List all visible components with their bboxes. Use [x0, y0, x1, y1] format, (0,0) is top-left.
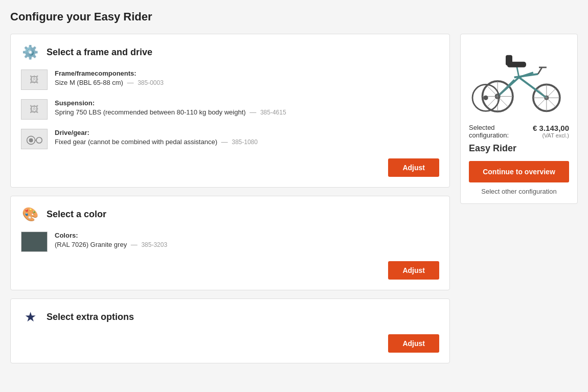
drive-item-row: Drive/gear: Fixed gear (cannot be combin…: [21, 129, 439, 149]
drive-thumbnail: [21, 129, 48, 149]
drive-item-label: Drive/gear:: [55, 129, 439, 136]
select-other-configuration-link[interactable]: Select other configuration: [469, 188, 569, 195]
svg-point-2: [36, 137, 42, 143]
left-column: ⚙️ Select a frame and drive 🖼 Frame/fram…: [10, 34, 450, 363]
price-label: € 3.143,00: [533, 124, 569, 132]
color-card: 🎨 Select a color Colors: (RAL 7026) Gran…: [10, 196, 450, 290]
suspension-item-row: 🖼 Suspension: Spring 750 LBS (recommende…: [21, 99, 439, 120]
page-wrapper: Configure your Easy Rider ⚙️ Select a fr…: [0, 0, 588, 374]
drive-item-info: Drive/gear: Fixed gear (cannot be combin…: [55, 129, 439, 146]
frame-drive-card: ⚙️ Select a frame and drive 🖼 Frame/fram…: [10, 34, 450, 188]
bike-image-area: [469, 42, 569, 117]
suspension-thumbnail: 🖼: [21, 99, 48, 120]
card-header-extra: ★ Select extra options: [21, 309, 439, 325]
palette-icon: 🎨: [21, 206, 39, 222]
svg-line-16: [538, 67, 541, 74]
image-placeholder-icon: 🖼: [30, 104, 39, 115]
svg-rect-15: [506, 55, 512, 65]
extra-options-title: Select extra options: [47, 312, 134, 322]
frame-item-row: 🖼 Frame/framecomponents: Size M (BBL 65-…: [21, 70, 439, 90]
star-icon: ★: [21, 309, 39, 325]
color-card-footer: Adjust: [21, 261, 439, 280]
frame-item-info: Frame/framecomponents: Size M (BBL 65-88…: [55, 70, 439, 86]
drive-gear-icon: [26, 132, 42, 146]
suspension-item-info: Suspension: Spring 750 LBS (recommended …: [55, 99, 439, 116]
color-item-value: (RAL 7026) Granite grey — 385-3203: [55, 241, 439, 248]
svg-point-27: [483, 95, 488, 100]
frame-card-footer: Adjust: [21, 158, 439, 177]
color-item-info: Colors: (RAL 7026) Granite grey — 385-32…: [55, 232, 439, 248]
page-title: Configure your Easy Rider: [10, 10, 578, 24]
frame-item-label: Frame/framecomponents:: [55, 70, 439, 77]
drive-item-value: Fixed gear (cannot be combined with peda…: [55, 138, 439, 146]
continue-overview-button[interactable]: Continue to overview: [469, 161, 569, 182]
frame-drive-title: Select a frame and drive: [47, 47, 152, 58]
bike-illustration: [470, 47, 568, 113]
color-swatch: [21, 232, 48, 252]
selected-config-row: Selected configuration: € 3.143,00 (VAT …: [469, 124, 569, 139]
color-title: Select a color: [47, 209, 106, 220]
color-item-label: Colors:: [55, 232, 439, 239]
right-column: Selected configuration: € 3.143,00 (VAT …: [460, 34, 578, 204]
image-placeholder-icon: 🖼: [30, 75, 39, 85]
main-layout: ⚙️ Select a frame and drive 🖼 Frame/fram…: [10, 34, 578, 363]
svg-point-1: [29, 138, 33, 142]
frame-item-value: Size M (BBL 65-88 cm) — 385-0003: [55, 79, 439, 86]
color-item-row: Colors: (RAL 7026) Granite grey — 385-32…: [21, 232, 439, 252]
settings-icon: ⚙️: [21, 44, 39, 60]
suspension-item-label: Suspension:: [55, 99, 439, 107]
extra-options-card: ★ Select extra options Adjust: [10, 298, 450, 363]
suspension-item-value: Spring 750 LBS (recommended between 80-1…: [55, 108, 439, 116]
price-vat-group: € 3.143,00 (VAT excl.): [533, 124, 569, 139]
product-name: Easy Rider: [469, 143, 569, 154]
frame-thumbnail: 🖼: [21, 70, 48, 90]
card-header-frame: ⚙️ Select a frame and drive: [21, 44, 439, 60]
frame-adjust-button[interactable]: Adjust: [388, 158, 439, 177]
vat-label: (VAT excl.): [533, 132, 569, 139]
extra-options-footer: Adjust: [21, 334, 439, 353]
selected-config-label: Selected configuration:: [469, 124, 509, 139]
sidebar-card: Selected configuration: € 3.143,00 (VAT …: [460, 34, 578, 204]
extra-adjust-button[interactable]: Adjust: [388, 334, 439, 353]
card-header-color: 🎨 Select a color: [21, 206, 439, 222]
color-adjust-button[interactable]: Adjust: [388, 261, 439, 280]
